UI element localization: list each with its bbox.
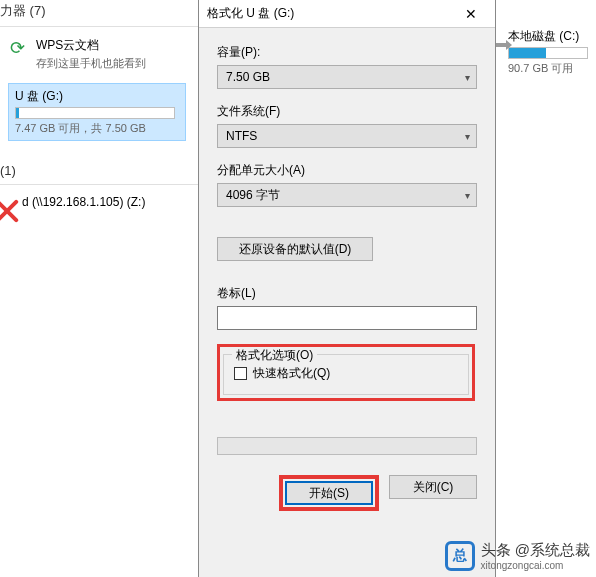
divider <box>0 26 200 27</box>
arrow-right-icon <box>496 40 512 50</box>
format-options-group: 格式化选项(O) 快速格式化(Q) <box>223 354 469 395</box>
devices-header: 力器 (7) <box>0 0 200 24</box>
local-disk-capacity-text: 90.7 GB 可用 <box>508 61 596 76</box>
capacity-value: 7.50 GB <box>226 70 270 84</box>
local-disk-name: 本地磁盘 (C:) <box>508 28 596 45</box>
close-icon[interactable]: ✕ <box>455 3 487 25</box>
u-drive-name: U 盘 (G:) <box>15 88 179 105</box>
close-button[interactable]: 关闭(C) <box>389 475 477 499</box>
wps-cloud-item[interactable]: ⟳ WPS云文档 存到这里手机也能看到 <box>0 33 200 75</box>
dialog-titlebar[interactable]: 格式化 U 盘 (G:) ✕ <box>199 0 495 28</box>
explorer-right-column: 本地磁盘 (C:) 90.7 GB 可用 <box>508 28 596 76</box>
network-drive-name: d (\\192.168.1.105) (Z:) <box>22 195 194 209</box>
checkbox-icon <box>234 367 247 380</box>
chevron-down-icon: ▾ <box>465 72 470 83</box>
capacity-combo[interactable]: 7.50 GB ▾ <box>217 65 477 89</box>
quick-format-label: 快速格式化(Q) <box>253 365 330 382</box>
watermark-brand: 头条 @系统总裁 <box>481 541 590 560</box>
allocation-label: 分配单元大小(A) <box>217 162 477 179</box>
watermark-url: xitongzongcai.com <box>481 560 590 571</box>
watermark: 总 头条 @系统总裁 xitongzongcai.com <box>445 541 590 571</box>
format-dialog: 格式化 U 盘 (G:) ✕ 容量(P): 7.50 GB ▾ 文件系统(F) … <box>198 0 496 577</box>
restore-defaults-button[interactable]: 还原设备的默认值(D) <box>217 237 373 261</box>
chevron-down-icon: ▾ <box>465 131 470 142</box>
allocation-combo[interactable]: 4096 字节 ▾ <box>217 183 477 207</box>
volume-label-label: 卷标(L) <box>217 285 477 302</box>
network-header: (1) <box>0 161 200 182</box>
filesystem-combo[interactable]: NTFS ▾ <box>217 124 477 148</box>
wps-sub: 存到这里手机也能看到 <box>36 56 194 71</box>
allocation-value: 4096 字节 <box>226 187 280 204</box>
start-button[interactable]: 开始(S) <box>285 481 373 505</box>
explorer-left-column: 力器 (7) ⟳ WPS云文档 存到这里手机也能看到 U 盘 (G:) 7.47… <box>0 0 200 219</box>
format-progress-bar <box>217 437 477 455</box>
capacity-label: 容量(P): <box>217 44 477 61</box>
u-drive-item[interactable]: U 盘 (G:) 7.47 GB 可用，共 7.50 GB <box>8 83 186 141</box>
quick-format-checkbox[interactable]: 快速格式化(Q) <box>234 365 458 382</box>
u-drive-capacity-text: 7.47 GB 可用，共 7.50 GB <box>15 121 179 136</box>
filesystem-label: 文件系统(F) <box>217 103 477 120</box>
u-drive-capacity-bar <box>15 107 175 119</box>
watermark-logo-icon: 总 <box>445 541 475 571</box>
filesystem-value: NTFS <box>226 129 257 143</box>
divider <box>0 184 200 185</box>
chevron-down-icon: ▾ <box>465 190 470 201</box>
sync-icon: ⟳ <box>6 37 28 59</box>
dialog-title: 格式化 U 盘 (G:) <box>207 5 294 22</box>
error-x-icon <box>0 198 20 224</box>
format-options-label: 格式化选项(O) <box>232 347 317 364</box>
network-drive-item[interactable]: d (\\192.168.1.105) (Z:) <box>0 191 200 215</box>
wps-name: WPS云文档 <box>36 37 194 54</box>
local-disk-capacity-bar <box>508 47 588 59</box>
volume-label-input[interactable] <box>217 306 477 330</box>
local-disk-item[interactable]: 本地磁盘 (C:) 90.7 GB 可用 <box>508 28 596 76</box>
